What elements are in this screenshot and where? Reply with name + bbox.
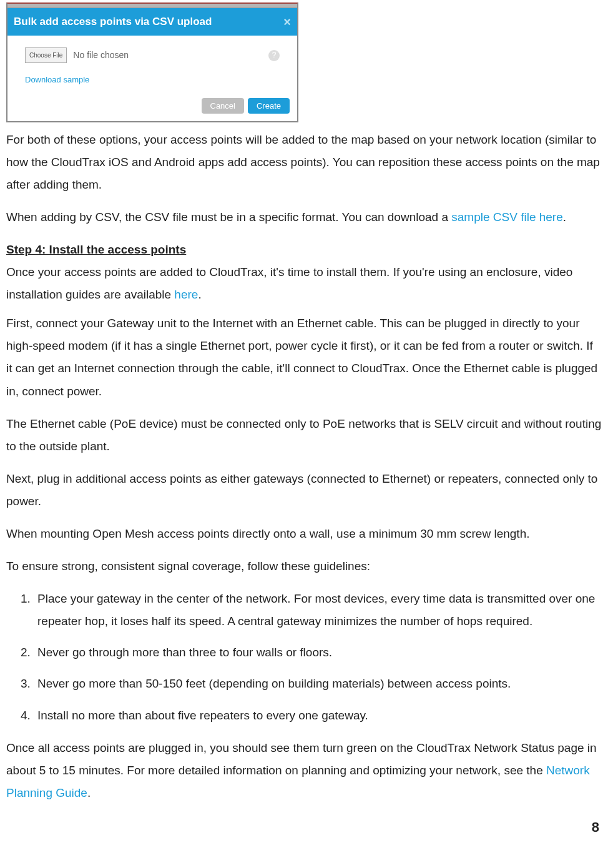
dialog-title: Bulk add access points via CSV upload bbox=[14, 12, 212, 32]
text: . bbox=[87, 786, 91, 799]
paragraph-poe-warning: The Ethernet cable (PoE device) must be … bbox=[6, 413, 602, 458]
help-icon[interactable]: ? bbox=[268, 50, 280, 61]
create-button[interactable]: Create bbox=[248, 98, 290, 114]
paragraph-additional-aps: Next, plug in additional access points a… bbox=[6, 468, 602, 513]
text: . bbox=[198, 288, 201, 301]
paragraph-gateway-connect: First, connect your Gateway unit to the … bbox=[6, 312, 602, 402]
list-item: Never go more than 50-150 feet (dependin… bbox=[34, 673, 602, 695]
text: . bbox=[563, 210, 566, 224]
paragraph-options-note: For both of these options, your access p… bbox=[6, 129, 602, 196]
text: When adding by CSV, the CSV file must be… bbox=[6, 210, 451, 224]
dialog-window-chrome bbox=[7, 4, 297, 8]
paragraph-csv-format: When adding by CSV, the CSV file must be… bbox=[6, 206, 602, 229]
dialog-footer: Cancel Create bbox=[7, 93, 297, 121]
cancel-button[interactable]: Cancel bbox=[202, 98, 244, 114]
installation-videos-link[interactable]: here bbox=[174, 288, 198, 301]
download-sample-link[interactable]: Download sample bbox=[25, 72, 280, 88]
page-number: 8 bbox=[6, 814, 602, 841]
choose-file-button[interactable]: Choose File bbox=[25, 47, 67, 63]
no-file-label: No file chosen bbox=[73, 47, 129, 64]
paragraph-status-page: Once all access points are plugged in, y… bbox=[6, 737, 602, 804]
list-item: Install no more than about five repeater… bbox=[34, 704, 602, 727]
csv-upload-dialog: Bulk add access points via CSV upload × … bbox=[6, 2, 298, 122]
dialog-header: Bulk add access points via CSV upload × bbox=[7, 8, 297, 36]
step-4-title: Step 4: Install the access points bbox=[6, 243, 186, 256]
file-input-row: Choose File No file chosen ? bbox=[25, 47, 280, 64]
guidelines-list: Place your gateway in the center of the … bbox=[6, 588, 602, 726]
text: Once all access points are plugged in, y… bbox=[6, 741, 597, 777]
close-icon[interactable]: × bbox=[283, 16, 291, 28]
dialog-body: Choose File No file chosen ? Download sa… bbox=[7, 36, 297, 92]
paragraph-screw-length: When mounting Open Mesh access points di… bbox=[6, 523, 602, 545]
list-item: Place your gateway in the center of the … bbox=[34, 588, 602, 633]
text: Once your access points are added to Clo… bbox=[6, 265, 572, 301]
list-item: Never go through more than three to four… bbox=[34, 641, 602, 664]
paragraph-guidelines-intro: To ensure strong, consistent signal cove… bbox=[6, 555, 602, 578]
step-4-section: Step 4: Install the access points Once y… bbox=[6, 239, 602, 306]
sample-csv-link[interactable]: sample CSV file here bbox=[451, 210, 562, 224]
